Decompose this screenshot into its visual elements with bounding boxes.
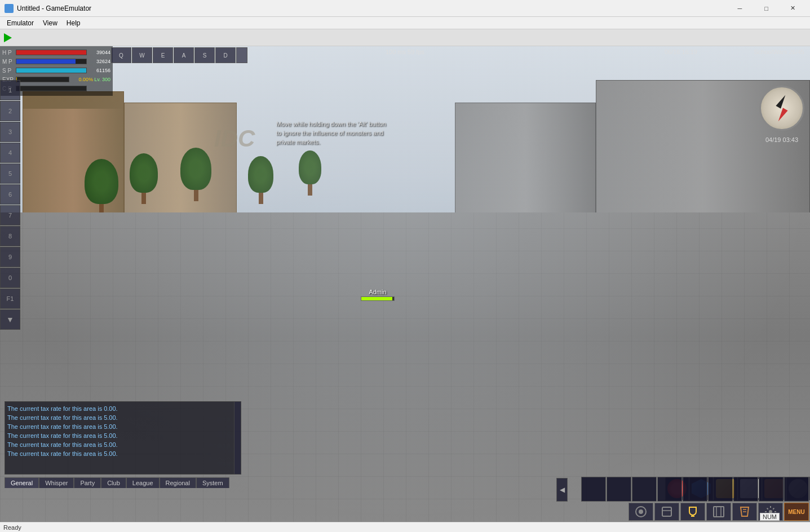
chat-message-3: The current tax rate for this area is 5.… bbox=[7, 422, 232, 431]
menu-button[interactable]: MENU bbox=[784, 503, 809, 521]
expand-button[interactable]: ◀ bbox=[556, 478, 568, 502]
watermark-text: IDC bbox=[214, 125, 255, 152]
toolbar bbox=[0, 29, 810, 46]
minimize-button[interactable]: ─ bbox=[727, 0, 753, 17]
compass bbox=[759, 86, 804, 131]
menu-help[interactable]: Help bbox=[62, 18, 85, 28]
avatar-slot-8[interactable] bbox=[759, 477, 784, 502]
hotkey-e[interactable]: E bbox=[153, 47, 173, 63]
mp-bar bbox=[16, 59, 76, 64]
tab-system[interactable]: System bbox=[196, 477, 229, 488]
hotkey-a[interactable]: A bbox=[174, 47, 194, 63]
hotkey-s[interactable]: S bbox=[194, 47, 215, 63]
status-bar: Ready bbox=[0, 522, 810, 532]
slot-1[interactable]: 1 bbox=[0, 80, 20, 100]
maximize-button[interactable]: □ bbox=[754, 0, 779, 17]
tree-5 bbox=[299, 150, 321, 196]
title-bar: Untitled - GameEmulator ─ □ ✕ bbox=[0, 0, 810, 17]
sp-label: S P bbox=[2, 68, 16, 74]
perf-info: 100 ms 59 fps bbox=[386, 48, 424, 55]
avatar-slot-6[interactable] bbox=[708, 477, 733, 502]
map-icon bbox=[712, 505, 725, 518]
game-viewport[interactable]: IDC Move while holding down the 'Alt' bu… bbox=[0, 46, 810, 522]
ground bbox=[0, 212, 810, 522]
slot-4[interactable]: 4 bbox=[0, 143, 20, 163]
chat-scrollbar[interactable] bbox=[234, 402, 241, 474]
sp-row: S P 61156 bbox=[2, 66, 110, 74]
chat-message-4: The current tax rate for this area is 5.… bbox=[7, 431, 232, 440]
hp-bar bbox=[16, 50, 86, 55]
title-text: Untitled - GameEmulator bbox=[17, 5, 727, 12]
chat-message-2: The current tax rate for this area is 5.… bbox=[7, 413, 232, 422]
num-indicator: NUM bbox=[760, 513, 780, 521]
hint-text: Move while holding down the 'Alt' button… bbox=[276, 119, 386, 147]
status-text: Ready bbox=[3, 524, 807, 531]
sp-bar bbox=[16, 68, 86, 73]
slot-8[interactable]: 8 bbox=[0, 226, 20, 246]
br-btn-3[interactable] bbox=[680, 503, 705, 521]
menu-bar: Emulator View Help bbox=[0, 17, 810, 29]
character-health-bar bbox=[361, 296, 395, 301]
avatar-slot-5[interactable] bbox=[683, 477, 707, 502]
br-btn-5[interactable] bbox=[732, 503, 757, 521]
br-btn-4[interactable] bbox=[706, 503, 731, 521]
menu-view[interactable]: View bbox=[38, 18, 62, 28]
mp-bar-container bbox=[16, 59, 87, 64]
compass-needle bbox=[781, 94, 783, 122]
tree-3 bbox=[180, 148, 211, 201]
hotkey-q[interactable]: Q bbox=[111, 47, 131, 63]
br-btn-2[interactable] bbox=[654, 503, 679, 521]
br-btn-1[interactable] bbox=[628, 503, 653, 521]
menu-emulator[interactable]: Emulator bbox=[2, 18, 38, 28]
character-name: Admin bbox=[361, 289, 395, 295]
slot-f1[interactable]: F1 bbox=[0, 289, 20, 309]
slot-9[interactable]: 9 bbox=[0, 247, 20, 267]
tab-general[interactable]: General bbox=[5, 477, 39, 488]
tab-whisper[interactable]: Whisper bbox=[39, 477, 74, 488]
slot-7[interactable]: 7 bbox=[0, 205, 20, 225]
avatar-slot-3[interactable] bbox=[632, 477, 657, 502]
hint-content: Move while holding down the 'Alt' button… bbox=[276, 121, 386, 145]
slot-6[interactable]: 6 bbox=[0, 184, 20, 205]
tab-league[interactable]: League bbox=[126, 477, 160, 488]
scroll-icon bbox=[738, 505, 751, 518]
trophy-icon bbox=[686, 505, 700, 518]
avatar-slot-9[interactable] bbox=[784, 477, 809, 502]
compass-date: 04/19 03:43 bbox=[759, 136, 804, 143]
tab-club[interactable]: Club bbox=[101, 477, 126, 488]
avatar-slot-7[interactable] bbox=[733, 477, 758, 502]
character-nameplate: Admin bbox=[361, 289, 395, 301]
hotkey-bar: Q W E A S D bbox=[110, 46, 249, 64]
play-button[interactable] bbox=[2, 32, 14, 43]
tree-2 bbox=[130, 153, 158, 204]
hotkey-d[interactable]: D bbox=[215, 47, 236, 63]
hotkey-w[interactable]: W bbox=[132, 47, 152, 63]
avatar-slot-4[interactable] bbox=[657, 477, 682, 502]
slot-0[interactable]: 0 bbox=[0, 268, 20, 288]
tree-1 bbox=[85, 159, 118, 215]
slot-5[interactable]: 5 bbox=[0, 163, 20, 184]
slot-expand[interactable]: ▼ bbox=[0, 309, 20, 330]
character-health-fill bbox=[361, 297, 392, 300]
tab-regional[interactable]: Regional bbox=[160, 477, 196, 488]
settings-icon bbox=[634, 505, 648, 518]
svg-point-0 bbox=[639, 509, 643, 514]
hotkey-slider[interactable] bbox=[236, 47, 247, 63]
avatar-slot-2[interactable] bbox=[607, 477, 631, 502]
tree-4 bbox=[248, 156, 273, 204]
close-button[interactable]: ✕ bbox=[780, 0, 805, 17]
sp-bar-container bbox=[16, 68, 87, 73]
chat-messages: The current tax rate for this area is 0.… bbox=[5, 402, 241, 460]
server-name: SchoolWars 26/45 bbox=[754, 48, 804, 55]
date-info: 06/16 16:19 bbox=[665, 48, 697, 55]
game-container[interactable]: IDC Move while holding down the 'Alt' bu… bbox=[0, 46, 810, 522]
slot-2[interactable]: 2 bbox=[0, 101, 20, 121]
svg-rect-2 bbox=[662, 507, 671, 516]
tab-party[interactable]: Party bbox=[74, 477, 101, 488]
chat-message-5: The current tax rate for this area is 5.… bbox=[7, 440, 232, 449]
avatar-slot-1[interactable] bbox=[581, 477, 606, 502]
hp-bar-container bbox=[16, 50, 87, 55]
avatar-row bbox=[580, 477, 810, 502]
inventory-icon bbox=[660, 505, 674, 518]
slot-3[interactable]: 3 bbox=[0, 122, 20, 142]
